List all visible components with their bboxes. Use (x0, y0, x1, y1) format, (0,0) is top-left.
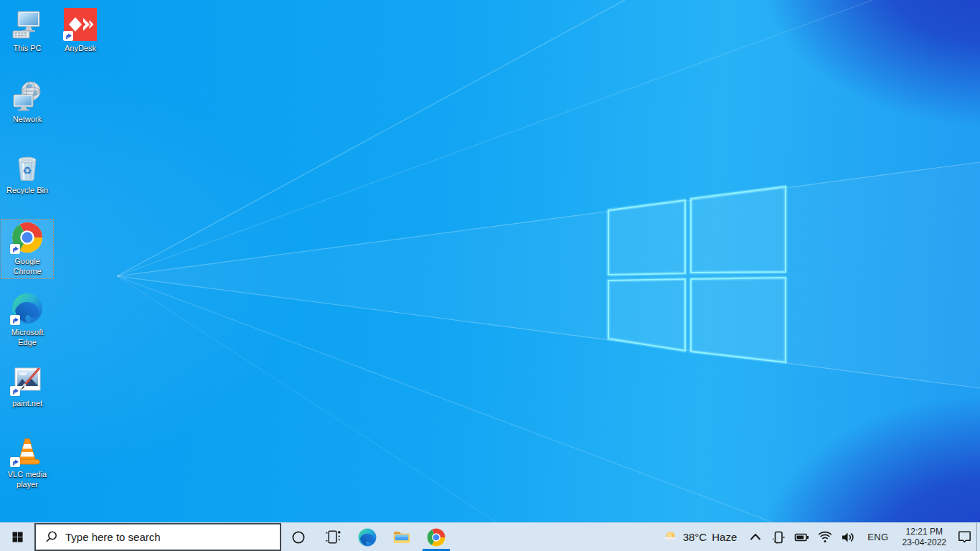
this-pc-icon (10, 7, 44, 42)
wallpaper-art (0, 0, 980, 522)
network-icon (10, 78, 44, 113)
desktop-icon-network[interactable]: Network (1, 77, 54, 127)
battery-icon (793, 529, 810, 545)
desktop-icon-this-pc[interactable]: This PC (1, 6, 54, 56)
desktop-icon-label: This PC (13, 43, 41, 53)
shortcut-arrow-icon (10, 315, 20, 325)
desktop-icon-label: paint.net (12, 398, 42, 408)
desktop-icon-anydesk[interactable]: AnyDesk (54, 6, 107, 56)
shortcut-arrow-icon (10, 457, 20, 467)
cortana-icon (290, 529, 307, 546)
taskbar-edge-button[interactable] (350, 523, 385, 551)
shortcut-arrow-icon (63, 31, 73, 41)
google-chrome-icon (427, 528, 446, 547)
paint-net-icon (10, 362, 44, 397)
desktop-icon-label: Google Chrome (1, 256, 53, 276)
wifi-icon (817, 529, 833, 545)
desktop-icon-label: VLC media player (1, 469, 53, 489)
your-phone-button[interactable] (767, 523, 790, 551)
taskbar-clock[interactable]: 12:21 PM 23-04-2022 (896, 523, 953, 551)
desktop-icon-microsoft-edge[interactable]: Microsoft Edge (1, 290, 54, 350)
microsoft-edge-icon (10, 291, 44, 326)
file-explorer-button[interactable] (385, 523, 419, 551)
clock-date: 23-04-2022 (903, 537, 946, 548)
search-icon (44, 530, 58, 544)
file-explorer-icon (392, 528, 411, 547)
action-center-button[interactable] (953, 523, 976, 551)
anydesk-icon (63, 7, 98, 42)
desktop-icon-google-chrome[interactable]: Google Chrome (1, 219, 54, 279)
taskbar-chrome-button[interactable] (419, 523, 453, 551)
taskbar-search[interactable] (34, 523, 281, 551)
search-input[interactable] (64, 530, 280, 544)
cortana-button[interactable] (281, 523, 316, 551)
clock-time: 12:21 PM (906, 527, 943, 537)
desktop-wallpaper[interactable] (0, 0, 980, 522)
desktop-icon-paint-net[interactable]: paint.net (1, 361, 54, 411)
windows-start-icon (11, 531, 24, 543)
system-tray: 38°C Haze (656, 523, 980, 551)
tray-overflow-button[interactable] (744, 523, 767, 551)
windows-desktop: This PC AnyDesk (0, 0, 980, 551)
battery-button[interactable] (790, 523, 814, 551)
language-indicator[interactable]: ENG (860, 523, 895, 551)
recycle-bin-icon: ♻ (10, 149, 44, 184)
desktop-icon-recycle-bin[interactable]: ♻ Recycle Bin (1, 148, 54, 198)
start-button[interactable] (0, 523, 34, 551)
taskbar: 38°C Haze (0, 522, 980, 551)
weather-temperature: 38°C (683, 531, 707, 543)
sun-haze-icon (663, 529, 678, 545)
network-button[interactable] (814, 523, 837, 551)
shortcut-arrow-icon (10, 244, 20, 254)
desktop-icon-label: Network (13, 114, 42, 124)
google-chrome-icon (10, 220, 44, 255)
weather-condition: Haze (712, 531, 737, 543)
desktop-icon-vlc[interactable]: VLC media player (1, 432, 54, 492)
weather-widget[interactable]: 38°C Haze (656, 523, 745, 551)
shortcut-arrow-icon (10, 386, 20, 396)
desktop-icon-label: AnyDesk (65, 43, 96, 53)
svg-text:♻: ♻ (22, 164, 32, 177)
task-view-button[interactable] (316, 523, 350, 551)
chevron-up-icon (748, 529, 763, 545)
task-view-icon (324, 528, 342, 546)
microsoft-edge-icon (358, 528, 377, 547)
volume-button[interactable] (837, 523, 860, 551)
vlc-icon (10, 433, 44, 468)
show-desktop-strip[interactable] (976, 523, 980, 551)
desktop-icon-label: Recycle Bin (6, 185, 48, 195)
volume-icon (840, 529, 857, 545)
your-phone-icon (771, 529, 786, 545)
action-center-icon (956, 529, 973, 545)
desktop-icon-label: Microsoft Edge (1, 327, 53, 347)
